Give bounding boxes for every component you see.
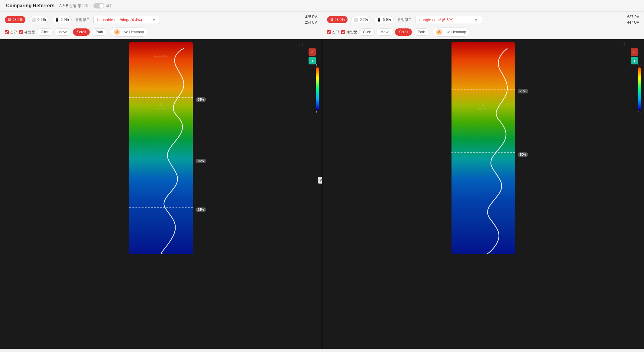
panel-b-row2: 신규 재방문 Click Move Scroll Path 🔥 Live Hea… — [327, 28, 639, 37]
color-bar-b — [638, 67, 641, 110]
tablet-pct-a: 0.2% — [37, 18, 46, 22]
heatmap-area-a: 〈 〉 H C ⤢ ⬇ beusable UXanalysis — [0, 39, 322, 349]
referrer-value-b: google.com/ (6.6%) — [419, 18, 454, 22]
referrer-label-a: 유입경로 — [75, 17, 90, 22]
wave-overlay-b — [451, 42, 515, 254]
action-btns-b: ⤢ ⬇ — [631, 48, 638, 64]
download-btn-b[interactable]: ⬇ — [631, 57, 638, 64]
desktop-btn-b[interactable]: 🖥 93.9% — [327, 16, 348, 23]
referrer-value-a: beusable.net/blog/ (4.4%) — [97, 18, 142, 22]
monitor-icon-b: 🖥 — [330, 18, 333, 22]
path-btn-b[interactable]: Path — [414, 28, 429, 36]
pct-50-a: 50% — [196, 159, 206, 163]
click-btn-a[interactable]: Click — [37, 28, 53, 36]
checkbox-new-input-b[interactable] — [327, 30, 331, 34]
toggle-track[interactable] — [93, 3, 104, 8]
pct-50-b: 50% — [518, 152, 528, 157]
uv-value-a: 254 UV — [305, 20, 317, 24]
uv-value-b: 447 UV — [627, 20, 639, 24]
referrer-label-b: 유입경로 — [397, 17, 412, 22]
scroll-btn-a[interactable]: Scroll — [73, 28, 90, 36]
tablet-icon-a: ⬜ — [32, 18, 36, 22]
panel-a-row1: 🖥 93.9% ⬜ 0.2% 📱 5.9% 유입경로 beusable.net/… — [5, 14, 317, 25]
dashed-line-75-a — [129, 97, 193, 98]
chevron-down-icon-b: ▼ — [474, 18, 478, 22]
live-icon-b: 🔥 — [436, 29, 442, 35]
action-btns-a: ⤢ ⬇ — [309, 48, 316, 64]
tablet-pct-b: 0.2% — [360, 18, 368, 22]
move-btn-a[interactable]: Move — [54, 28, 71, 36]
tablet-btn-b[interactable]: ⬜ 0.2% — [351, 16, 371, 23]
checkbox-revisit-label-a: 재방문 — [24, 30, 35, 35]
mobile-btn-b[interactable]: 📱 5.9% — [374, 16, 393, 23]
desktop-btn-a[interactable]: 🖥 93.9% — [5, 16, 25, 23]
tablet-icon-b: ⬜ — [354, 18, 358, 22]
desktop-pct-b: 93.9% — [335, 18, 345, 22]
pv-value-a: 425 PV — [305, 15, 317, 19]
heatmap-image-a: beusable UXanalysis — [129, 42, 193, 254]
panel-a-row2: 신규 재방문 Click Move Scroll Path 🔥 Live Hea… — [5, 28, 317, 37]
main-content: 🖥 93.9% ⬜ 0.2% 📱 5.9% 유입경로 beusable.net/… — [0, 12, 644, 349]
checkbox-revisit-b[interactable]: 재방문 — [341, 30, 357, 35]
pv-uv-b: 637 PV 447 UV — [627, 14, 639, 25]
wave-overlay-a — [129, 42, 193, 254]
panel-b-row1: 🖥 93.9% ⬜ 0.2% 📱 5.9% 유입경로 google.com/ (… — [327, 14, 639, 25]
panel-b: 🖥 93.9% ⬜ 0.2% 📱 5.9% 유입경로 google.com/ (… — [322, 12, 644, 349]
referrer-dropdown-a[interactable]: beusable.net/blog/ (4.4%) ▼ — [93, 16, 160, 24]
heatmap-visual-a: beusable UXanalysis 75% 50% 25% — [129, 42, 193, 254]
checkbox-new-b[interactable]: 신규 — [327, 30, 339, 35]
chevron-down-icon-a: ▼ — [152, 18, 156, 22]
checkbox-revisit-input-a[interactable] — [19, 30, 23, 34]
expand-btn-a[interactable]: ⤢ — [309, 48, 316, 56]
checkbox-revisit-input-b[interactable] — [341, 30, 345, 34]
live-heatmap-label-a: Live Heatmap — [121, 30, 144, 34]
checkbox-new-label-b: 신규 — [332, 30, 339, 35]
dashed-line-50-b — [451, 152, 515, 153]
arrow-btns-b[interactable]: 〈 〉 — [619, 42, 627, 47]
heatmap-visual-b: UXanalysis 75% 50% — [451, 42, 515, 254]
heatmap-area-b: 〈 〉 H C ⤢ ⬇ UXanalysis — [322, 39, 644, 349]
checkbox-new-input-a[interactable] — [5, 30, 9, 34]
panel-a-controls: 🖥 93.9% ⬜ 0.2% 📱 5.9% 유입경로 beusable.net/… — [0, 12, 322, 39]
dashed-line-75-b — [451, 89, 515, 90]
color-bar-a — [316, 67, 319, 110]
checkbox-revisit-label-b: 재방문 — [346, 30, 357, 35]
pv-value-b: 637 PV — [627, 15, 639, 19]
pct-25-a: 25% — [196, 207, 206, 212]
heatmap-image-b: UXanalysis — [451, 42, 515, 254]
dashed-line-25-a — [129, 207, 193, 208]
tablet-btn-a[interactable]: ⬜ 0.2% — [29, 16, 48, 23]
click-btn-b[interactable]: Click — [359, 28, 375, 36]
panel-a: 🖥 93.9% ⬜ 0.2% 📱 5.9% 유입경로 beusable.net/… — [0, 12, 322, 349]
checkbox-revisit-a[interactable]: 재방문 — [19, 30, 35, 35]
hot-label-a: H — [316, 64, 318, 67]
live-heatmap-btn-a[interactable]: 🔥 Live Heatmap — [111, 28, 147, 37]
checkbox-new-a[interactable]: 신규 — [5, 30, 17, 35]
cold-label-a: C — [316, 110, 318, 114]
header-bar: Comparing Referrers A & B 설정 동기화 OFF — [0, 0, 644, 12]
sync-label: A & B 설정 동기화 — [59, 3, 89, 8]
sync-toggle[interactable]: OFF — [93, 3, 112, 8]
live-heatmap-label-b: Live Heatmap — [444, 30, 466, 34]
path-btn-a[interactable]: Path — [92, 28, 107, 36]
checkbox-new-label-a: 신규 — [10, 30, 17, 35]
mobile-btn-a[interactable]: 📱 5.9% — [52, 16, 71, 23]
toggle-knob — [99, 4, 104, 8]
download-btn-a[interactable]: ⬇ — [309, 57, 316, 64]
arrow-btns-a[interactable]: 〈 〉 — [297, 42, 305, 47]
desktop-pct-a: 93.9% — [12, 18, 23, 22]
mobile-pct-b: 5.9% — [383, 18, 391, 22]
move-btn-b[interactable]: Move — [377, 28, 393, 36]
color-scale-a: H C — [316, 64, 319, 114]
panel-b-controls: 🖥 93.9% ⬜ 0.2% 📱 5.9% 유입경로 google.com/ (… — [322, 12, 644, 39]
live-heatmap-btn-b[interactable]: 🔥 Live Heatmap — [433, 28, 469, 37]
pct-75-a: 75% — [196, 97, 206, 102]
expand-btn-b[interactable]: ⤢ — [631, 48, 638, 56]
scroll-btn-b[interactable]: Scroll — [395, 28, 412, 36]
toggle-state-label: OFF — [106, 4, 112, 8]
page-title: Comparing Referrers — [6, 3, 54, 8]
cold-label-b: C — [638, 110, 640, 114]
pct-75-b: 75% — [518, 89, 528, 93]
referrer-dropdown-b[interactable]: google.com/ (6.6%) ▼ — [416, 16, 482, 24]
color-scale-b: H C — [638, 64, 641, 114]
